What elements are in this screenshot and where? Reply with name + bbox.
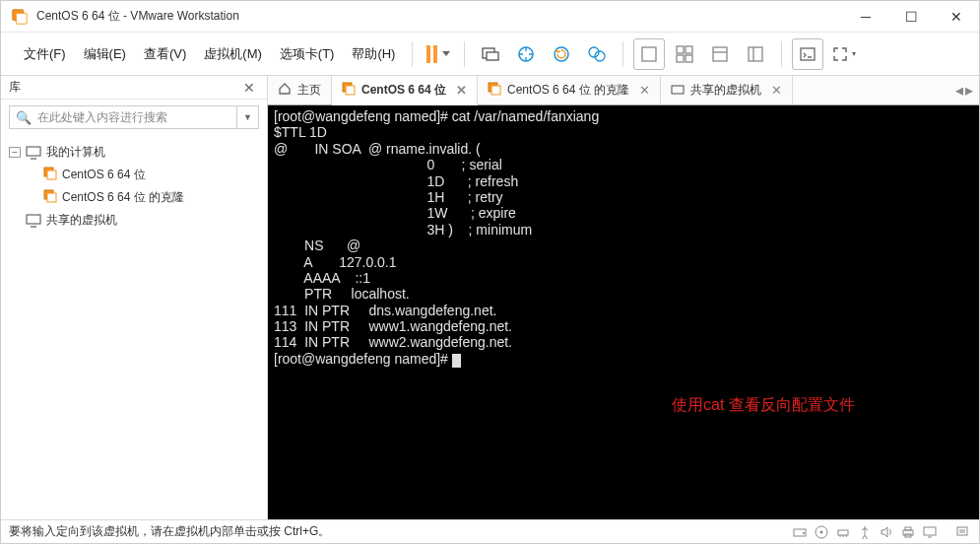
tab-next-icon[interactable]: ▸ bbox=[965, 81, 973, 100]
main-area: 主页 CentOS 6 64 位 ✕ CentOS 6 64 位 的克隆 ✕ 共… bbox=[268, 76, 979, 519]
shared-vm-icon bbox=[671, 85, 685, 97]
menu-help[interactable]: 帮助(H) bbox=[343, 39, 404, 69]
menu-file[interactable]: 文件(F) bbox=[15, 39, 75, 69]
svg-rect-13 bbox=[713, 47, 727, 61]
svg-rect-9 bbox=[677, 46, 684, 53]
search-icon: 🔍 bbox=[16, 110, 32, 125]
search-placeholder: 在此处键入内容进行搜索 bbox=[37, 109, 167, 126]
hard-disk-icon[interactable] bbox=[792, 524, 808, 540]
titlebar: CentOS 6 64 位 - VMware Workstation ─ ☐ ✕ bbox=[1, 1, 979, 33]
menu-view[interactable]: 查看(V) bbox=[135, 39, 195, 69]
library-search-input[interactable]: 🔍 在此处键入内容进行搜索 bbox=[9, 105, 237, 129]
library-close-icon[interactable]: ✕ bbox=[239, 80, 259, 96]
tab-close-icon[interactable]: ✕ bbox=[771, 83, 782, 98]
minimize-button[interactable]: ─ bbox=[843, 1, 888, 33]
tree-item-centos-clone[interactable]: CentOS 6 64 位 的克隆 bbox=[9, 186, 259, 209]
window-title: CentOS 6 64 位 - VMware Workstation bbox=[36, 8, 843, 25]
library-sidebar: 库 ✕ 🔍 在此处键入内容进行搜索 ▼ − 我的计算机 CentOS 6 64 … bbox=[1, 76, 268, 519]
tab-label: 共享的虚拟机 bbox=[690, 82, 761, 99]
svg-rect-1 bbox=[16, 13, 27, 24]
tab-label: 主页 bbox=[297, 82, 321, 99]
svg-rect-21 bbox=[27, 215, 40, 224]
tab-prev-icon[interactable]: ◂ bbox=[955, 81, 963, 100]
menu-vm[interactable]: 虚拟机(M) bbox=[195, 39, 271, 69]
tab-label: CentOS 6 64 位 bbox=[361, 82, 446, 99]
tab-row: 主页 CentOS 6 64 位 ✕ CentOS 6 64 位 的克隆 ✕ 共… bbox=[268, 76, 979, 105]
tree-root-my-computer[interactable]: − 我的计算机 bbox=[9, 141, 259, 164]
collapse-icon[interactable]: − bbox=[9, 147, 21, 158]
tab-nav: ◂ ▸ bbox=[949, 76, 979, 104]
display-icon[interactable] bbox=[922, 524, 938, 540]
terminal-cursor bbox=[452, 354, 461, 368]
message-log-icon[interactable] bbox=[955, 524, 971, 540]
tab-close-icon[interactable]: ✕ bbox=[639, 83, 650, 98]
tab-shared-vms[interactable]: 共享的虚拟机 ✕ bbox=[661, 76, 793, 104]
vm-icon bbox=[43, 189, 57, 206]
view-expand-icon[interactable] bbox=[704, 38, 736, 70]
tab-home[interactable]: 主页 bbox=[268, 76, 332, 104]
tab-label: CentOS 6 64 位 的克隆 bbox=[507, 82, 629, 99]
svg-rect-15 bbox=[801, 48, 815, 60]
menu-tabs[interactable]: 选项卡(T) bbox=[271, 39, 344, 69]
tree-root-label: 我的计算机 bbox=[46, 144, 105, 161]
tab-centos[interactable]: CentOS 6 64 位 ✕ bbox=[332, 76, 478, 105]
svg-rect-10 bbox=[686, 46, 692, 53]
printer-icon[interactable] bbox=[900, 524, 916, 540]
svg-rect-3 bbox=[487, 52, 498, 60]
menu-edit[interactable]: 编辑(E) bbox=[75, 39, 135, 69]
toolbar-separator bbox=[412, 41, 413, 67]
usb-icon[interactable] bbox=[857, 524, 873, 540]
tab-close-icon[interactable]: ✕ bbox=[456, 83, 467, 98]
view-single-icon[interactable] bbox=[633, 38, 665, 70]
library-search-row: 🔍 在此处键入内容进行搜索 ▼ bbox=[1, 100, 267, 135]
manage-snapshots-icon[interactable] bbox=[581, 38, 613, 70]
annotation-text: 使用cat 查看反向配置文件 bbox=[672, 396, 855, 414]
library-title: 库 bbox=[9, 79, 239, 96]
tree-item-label: CentOS 6 64 位 bbox=[62, 167, 146, 183]
svg-rect-26 bbox=[672, 86, 684, 94]
svg-rect-35 bbox=[924, 527, 936, 535]
search-dropdown[interactable]: ▼ bbox=[237, 105, 259, 129]
pause-button[interactable] bbox=[423, 38, 454, 70]
library-header: 库 ✕ bbox=[1, 76, 267, 100]
toolbar-separator bbox=[781, 41, 782, 67]
tree-item-shared-vms[interactable]: 共享的虚拟机 bbox=[9, 209, 259, 232]
svg-point-30 bbox=[820, 530, 823, 533]
menubar: 文件(F) 编辑(E) 查看(V) 虚拟机(M) 选项卡(T) 帮助(H) ▾ bbox=[1, 33, 979, 76]
svg-rect-18 bbox=[47, 170, 56, 179]
content-area: 库 ✕ 🔍 在此处键入内容进行搜索 ▼ − 我的计算机 CentOS 6 64 … bbox=[1, 76, 979, 519]
svg-rect-12 bbox=[686, 55, 692, 62]
toolbar-separator bbox=[464, 41, 465, 67]
vmware-app-icon bbox=[11, 8, 29, 26]
toolbar-separator bbox=[622, 41, 623, 67]
revert-snapshot-icon[interactable] bbox=[546, 38, 577, 70]
tree-item-centos[interactable]: CentOS 6 64 位 bbox=[9, 164, 259, 186]
svg-point-28 bbox=[803, 532, 805, 534]
view-tile-icon[interactable] bbox=[669, 38, 700, 70]
svg-rect-25 bbox=[491, 86, 500, 95]
library-tree: − 我的计算机 CentOS 6 64 位 CentOS 6 64 位 的克隆 … bbox=[1, 135, 267, 238]
fullscreen-icon[interactable]: ▾ bbox=[827, 38, 859, 70]
statusbar: 要将输入定向到该虚拟机，请在虚拟机内部单击或按 Ctrl+G。 bbox=[1, 519, 979, 543]
vm-icon bbox=[488, 82, 501, 99]
cd-dvd-icon[interactable] bbox=[814, 524, 829, 540]
vm-console[interactable]: [root@wangdefeng named]# cat /var/named/… bbox=[268, 105, 979, 519]
svg-rect-16 bbox=[27, 147, 40, 156]
maximize-button[interactable]: ☐ bbox=[888, 1, 934, 33]
tree-item-label: CentOS 6 64 位 的克隆 bbox=[62, 189, 184, 206]
svg-rect-33 bbox=[905, 527, 911, 530]
close-button[interactable]: ✕ bbox=[934, 1, 979, 33]
sound-icon[interactable] bbox=[879, 524, 894, 540]
console-view-icon[interactable] bbox=[792, 38, 823, 70]
svg-rect-36 bbox=[957, 527, 967, 535]
svg-rect-14 bbox=[749, 47, 762, 61]
snapshot-icon[interactable] bbox=[510, 38, 542, 70]
tab-centos-clone[interactable]: CentOS 6 64 位 的克隆 ✕ bbox=[478, 76, 661, 104]
shared-vm-icon bbox=[26, 214, 41, 228]
svg-rect-31 bbox=[838, 530, 848, 535]
svg-rect-23 bbox=[346, 86, 355, 95]
vm-icon bbox=[342, 82, 356, 99]
network-adapter-icon[interactable] bbox=[835, 524, 851, 540]
send-ctrl-alt-del-icon[interactable] bbox=[475, 38, 506, 70]
unity-mode-icon[interactable] bbox=[740, 38, 771, 70]
